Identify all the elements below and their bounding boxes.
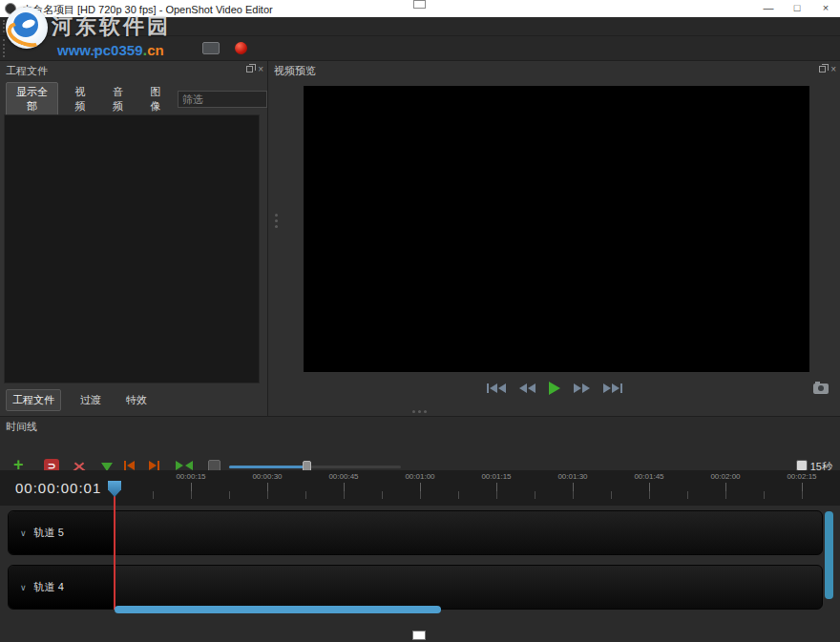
track-name: 轨道 5 <box>34 526 64 540</box>
float-panel-icon[interactable] <box>246 66 253 72</box>
ruler-label: 00:01:45 <box>626 472 672 481</box>
ruler-label: 00:00:30 <box>244 472 290 481</box>
ruler-label: 00:00:15 <box>168 472 214 481</box>
main-toolbar: ← → <box>0 36 840 61</box>
playback-controls <box>487 382 622 395</box>
jump-to-end-button[interactable] <box>603 382 622 395</box>
tab-project-files[interactable]: 工程文件 <box>6 389 61 411</box>
save-frame-camera-icon[interactable] <box>813 383 829 394</box>
filter-show-all-button[interactable]: 显示全部 <box>6 82 58 116</box>
redo-icon[interactable]: → <box>128 42 138 53</box>
app-logo-icon <box>5 3 16 14</box>
timeline-horizontal-scrollbar[interactable] <box>115 606 441 613</box>
ruler-label: 00:01:15 <box>473 472 519 481</box>
fast-forward-button[interactable] <box>574 382 590 395</box>
toolbar-grip[interactable] <box>3 39 6 57</box>
playhead-line <box>114 496 116 610</box>
current-time-display: 00:00:00:01 <box>15 480 101 496</box>
media-filter-row: 显示全部 视频 音频 图像 <box>6 90 267 109</box>
timeline-title: 时间线 <box>6 420 37 434</box>
splitter-drag-dots-vertical[interactable] <box>275 214 278 217</box>
project-panel-header-icons: × <box>246 65 263 73</box>
ruler-label: 00:02:00 <box>703 472 748 481</box>
preview-panel-title: 视频预览 <box>274 64 316 78</box>
menubar-grip[interactable] <box>3 20 6 32</box>
ruler-label: 00:00:45 <box>321 472 367 481</box>
rewind-button[interactable] <box>519 382 536 395</box>
project-panel-title: 工程文件 <box>6 64 48 78</box>
undo-icon[interactable]: ← <box>90 40 103 55</box>
timeline-section: 时间线 + ⊃ 15秒 <box>0 417 840 642</box>
window-title: 未命名项目 [HD 720p 30 fps] - OpenShot Video … <box>22 3 273 17</box>
choose-profile-icon[interactable] <box>202 42 220 54</box>
track-menu-chevron-icon[interactable]: ∨ <box>20 583 27 592</box>
project-files-list[interactable] <box>4 114 260 383</box>
filter-video-button[interactable]: 视频 <box>65 83 95 115</box>
menu-bar <box>0 17 840 36</box>
timeline-toolbar: + ⊃ 15秒 <box>0 436 840 470</box>
openshot-window: 未命名项目 [HD 720p 30 fps] - OpenShot Video … <box>0 0 840 642</box>
previous-marker-icon[interactable] <box>124 461 135 470</box>
preview-panel-header-icons: × <box>819 65 836 73</box>
ruler-minor-ticks <box>115 491 840 499</box>
center-on-playhead-icon[interactable] <box>176 461 193 470</box>
left-panel-tabs: 工程文件 过渡 特效 <box>6 389 153 410</box>
ruler-label: 00:01:30 <box>550 472 596 481</box>
timeline-vertical-scrollbar[interactable] <box>825 511 833 599</box>
next-marker-icon[interactable] <box>149 461 159 470</box>
filter-input[interactable] <box>178 91 267 108</box>
close-panel-icon[interactable]: × <box>258 65 263 73</box>
close-panel-icon[interactable]: × <box>830 65 836 73</box>
minimize-button[interactable]: — <box>754 0 783 17</box>
video-preview-screen <box>304 86 809 372</box>
dock-handle-bottom[interactable] <box>412 631 426 640</box>
track-row[interactable]: ∨ 轨道 4 <box>8 565 823 610</box>
export-video-icon[interactable] <box>235 42 247 54</box>
title-bar: 未命名项目 [HD 720p 30 fps] - OpenShot Video … <box>0 0 840 17</box>
ruler-label: 00:02:15 <box>779 472 825 481</box>
filter-audio-button[interactable]: 音频 <box>102 83 133 115</box>
splitter-drag-dots-horizontal[interactable] <box>412 410 415 413</box>
track-name: 轨道 4 <box>34 580 64 594</box>
float-panel-icon[interactable] <box>819 66 826 72</box>
play-button[interactable] <box>549 382 560 395</box>
video-preview-panel: 视频预览 × <box>268 61 840 417</box>
jump-to-start-button[interactable] <box>487 382 506 395</box>
tab-effects[interactable]: 特效 <box>120 390 153 410</box>
maximize-button[interactable]: □ <box>783 0 811 17</box>
timeline-ruler[interactable]: 00:00:00:01 00:00:15 00:00:30 00:00:45 0… <box>0 470 840 506</box>
track-row[interactable]: ∨ 轨道 5 <box>8 510 823 555</box>
filter-image-button[interactable]: 图像 <box>140 83 171 115</box>
dock-handle-top[interactable] <box>413 0 426 9</box>
close-button[interactable]: × <box>811 0 840 17</box>
ruler-label: 00:01:00 <box>397 472 443 481</box>
project-files-panel: 工程文件 × 显示全部 视频 音频 图像 工程文件 过渡 特效 <box>0 61 267 417</box>
window-controls: — □ × <box>754 0 840 17</box>
track-menu-chevron-icon[interactable]: ∨ <box>20 528 27 538</box>
tab-transitions[interactable]: 过渡 <box>74 390 107 410</box>
track-label: ∨ 轨道 5 <box>9 511 114 554</box>
zoom-slider-fill <box>229 466 305 468</box>
track-label: ∨ 轨道 4 <box>9 566 114 609</box>
